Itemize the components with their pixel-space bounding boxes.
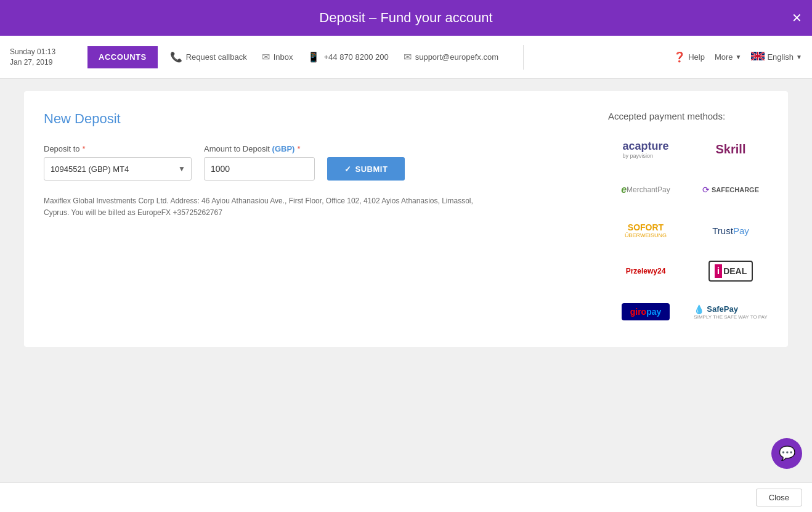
trustpay-logo: TrustPay	[693, 215, 768, 246]
email-link[interactable]: ✉ support@europefx.com	[404, 51, 498, 63]
phone-icon: 📞	[170, 51, 182, 63]
help-link[interactable]: ❓ Help	[673, 51, 705, 63]
nav-bar: Sunday 01:13 Jan 27, 2019 ACCOUNTS 📞 Req…	[0, 36, 812, 79]
payment-methods-title: Accepted payment methods:	[608, 111, 768, 121]
bottom-bar: Close	[0, 482, 812, 512]
language-chevron-icon: ▼	[796, 54, 802, 60]
close-button[interactable]: Close	[756, 489, 802, 506]
amount-input[interactable]	[204, 157, 315, 181]
content-card: New Deposit Deposit to* 10945521 (GBP) M…	[24, 91, 788, 347]
billing-text: Maxiflex Global Investments Corp Ltd. Ad…	[44, 195, 475, 219]
nav-datetime: Sunday 01:13 Jan 27, 2019	[10, 47, 78, 68]
nav-right: ❓ Help More ▼ English	[673, 51, 802, 63]
amount-group: Amount to Deposit (GBP)*	[204, 144, 315, 181]
payment-logos-grid: acapture by payvision Skrill e MerchantP…	[608, 134, 768, 327]
safepay-logo: 💧 SafePay SIMPLY THE SAFE WAY TO PAY	[693, 296, 768, 327]
left-section: New Deposit Deposit to* 10945521 (GBP) M…	[44, 111, 571, 327]
checkmark-icon: ✓	[344, 165, 352, 174]
email-icon: ✉	[404, 51, 412, 63]
main-area: New Deposit Deposit to* 10945521 (GBP) M…	[0, 79, 812, 482]
more-menu[interactable]: More ▼	[715, 52, 742, 62]
page-title: Deposit – Fund your account	[319, 10, 492, 26]
sofort-logo: SOFORT ÜBERWEISUNG	[608, 215, 683, 246]
help-icon: ❓	[673, 51, 686, 63]
right-section: Accepted payment methods: acapture by pa…	[596, 111, 768, 327]
chat-icon: 💬	[779, 445, 795, 461]
section-title: New Deposit	[44, 111, 571, 127]
submit-button[interactable]: ✓ SUBMIT	[327, 157, 405, 181]
deposit-to-label: Deposit to*	[44, 144, 192, 153]
amount-label: Amount to Deposit (GBP)*	[204, 144, 315, 153]
deposit-to-group: Deposit to* 10945521 (GBP) MT4 ▼	[44, 144, 192, 181]
inbox-link[interactable]: ✉ Inbox	[262, 51, 293, 63]
title-close-button[interactable]: ✕	[792, 12, 802, 24]
title-bar: Deposit – Fund your account ✕	[0, 0, 812, 36]
phone2-icon: 📱	[307, 51, 320, 63]
giropay-logo: giropay	[608, 296, 683, 327]
form-row: Deposit to* 10945521 (GBP) MT4 ▼ Amount …	[44, 144, 571, 181]
flag-icon	[751, 52, 765, 62]
deposit-to-wrapper: 10945521 (GBP) MT4 ▼	[44, 157, 192, 181]
phone-link[interactable]: 📱 +44 870 8200 200	[307, 51, 388, 63]
safecharge-logo: ⟳ SAFECHARGE	[693, 174, 768, 205]
accounts-button[interactable]: ACCOUNTS	[87, 46, 158, 68]
chat-button[interactable]: 💬	[771, 438, 802, 469]
envelope-icon: ✉	[262, 51, 270, 63]
deposit-to-select[interactable]: 10945521 (GBP) MT4	[44, 157, 192, 181]
emerchantpay-logo: e MerchantPay	[608, 174, 683, 205]
request-callback-link[interactable]: 📞 Request callback	[170, 51, 247, 63]
przelewy24-logo: Przelewy24	[608, 256, 683, 286]
more-chevron-icon: ▼	[736, 54, 742, 60]
language-selector[interactable]: English ▼	[751, 52, 802, 62]
ideal-logo: i DEAL	[693, 256, 768, 286]
skrill-logo: Skrill	[693, 134, 768, 165]
nav-divider	[523, 45, 524, 70]
acapture-logo: acapture by payvision	[608, 134, 683, 165]
